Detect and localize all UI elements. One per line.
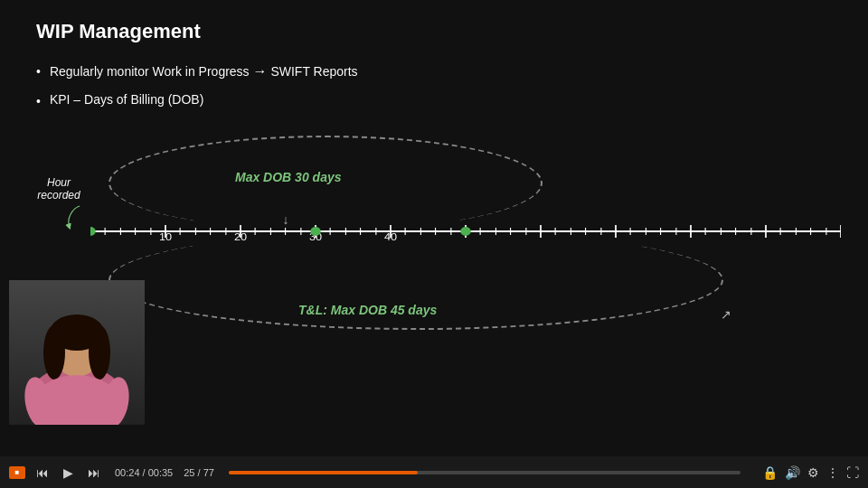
down-arrow-30: ↓ <box>283 212 289 227</box>
presenter-video <box>9 280 145 425</box>
fullscreen-icon[interactable]: ⛶ <box>846 465 859 480</box>
slide-title: WIP Management <box>36 20 201 43</box>
control-bar: ■ ⏮ ▶ ⏭ 00:24 / 00:35 25 / 77 🔒 🔊 ⚙ ⋮ ⛶ <box>0 456 868 488</box>
hour-recorded-label: Hour recorded <box>27 176 90 202</box>
skip-back-button[interactable]: ⏮ <box>33 464 52 482</box>
right-arrow-45: ↗ <box>721 307 731 322</box>
settings-icon[interactable]: ⚙ <box>807 465 819 480</box>
upper-ellipse <box>108 136 542 230</box>
bullet-dot-1: • <box>36 61 41 83</box>
play-button[interactable]: ▶ <box>60 464 77 482</box>
right-controls: 🔒 🔊 ⚙ ⋮ ⛶ <box>762 465 859 480</box>
skip-forward-button[interactable]: ⏭ <box>84 464 104 482</box>
time-total: 00:35 <box>148 467 174 478</box>
svg-point-55 <box>90 227 96 236</box>
timeline-area: Hour recorded Max DOB 30 days <box>90 127 841 343</box>
person-silhouette <box>9 280 145 425</box>
svg-text:10: 10 <box>159 231 173 240</box>
bullet-1-text: Regularly monitor Work in Progress → SWI… <box>50 59 358 85</box>
page-total: 77 <box>203 467 214 478</box>
time-current: 00:24 <box>115 467 140 478</box>
progress-bar-fill <box>229 471 418 474</box>
time-display: 00:24 / 00:35 <box>115 467 173 478</box>
page-current: 25 <box>184 467 194 478</box>
svg-point-62 <box>89 325 110 380</box>
bullet-list: • Regularly monitor Work in Progress → S… <box>36 59 358 117</box>
slide-area: WIP Management • Regularly monitor Work … <box>0 0 868 456</box>
tl-dob-label: T&L: Max DOB 45 days <box>298 303 437 317</box>
page-display: 25 / 77 <box>184 467 214 478</box>
menu-button[interactable]: ■ <box>9 466 25 479</box>
svg-point-61 <box>43 325 65 380</box>
bullet-1: • Regularly monitor Work in Progress → S… <box>36 59 358 85</box>
lock-icon[interactable]: 🔒 <box>762 465 778 480</box>
bullet-2: • KPI – Days of Billing (DOB) <box>36 89 358 113</box>
more-icon[interactable]: ⋮ <box>826 465 839 480</box>
bullet-dot-2: • <box>36 90 41 113</box>
bullet-2-text: KPI – Days of Billing (DOB) <box>50 89 203 111</box>
progress-bar[interactable] <box>229 471 741 474</box>
volume-icon[interactable]: 🔊 <box>785 465 800 480</box>
